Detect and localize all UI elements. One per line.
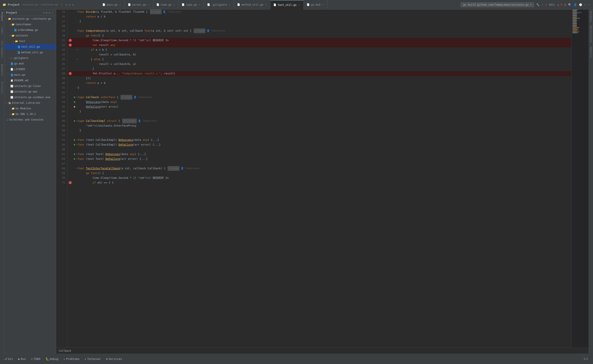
code-lines[interactable]: ▾func Divide(a float64, b float64) float… [67, 9, 571, 348]
git-button[interactable]: ⎇ Git [2, 356, 15, 362]
gutter-green-icon: ● [73, 119, 76, 123]
commit-sidebar-icon[interactable]: Commit [0, 26, 4, 36]
tree-item[interactable]: 📘go.mod [4, 61, 56, 66]
tree-item[interactable]: ⬜unitauto-go-windows.exe [4, 94, 56, 100]
breakpoint-icon[interactable] [69, 181, 72, 184]
tree-item[interactable]: ▾ 📂unitauto [4, 33, 56, 38]
settings-icon[interactable]: ⚙ [66, 3, 67, 6]
code-text: time.Sleep(time.Second * 3) "cmt">// 模拟耗… [80, 38, 169, 43]
tab-main-go[interactable]: 📄main.go✕ [99, 0, 125, 9]
code-line-47 [67, 114, 571, 119]
tree-item[interactable]: 📄LICENSE [4, 66, 56, 72]
run-button[interactable]: ▶ Run [16, 356, 28, 362]
project-icon: 📁 [3, 3, 6, 6]
problems-button[interactable]: ⚠ Problems [61, 356, 82, 362]
code-line-51 [67, 133, 571, 137]
clock-icon[interactable]: 🕐 [579, 3, 582, 6]
todo-button[interactable]: ☑ TODO [29, 356, 42, 362]
makefile-icon[interactable]: Makefile [590, 47, 592, 57]
tree-collapse-icon[interactable]: ⊟ [43, 11, 45, 14]
code-text: go func() { [80, 33, 104, 38]
top-bar-left: 📁 Project unitauto-go ~/unitauto-go | ⚙ … [0, 3, 99, 6]
breakpoint-icon[interactable] [69, 39, 72, 42]
tree-item[interactable]: ▾ 📂test [4, 38, 56, 44]
tab-file-icon: 📄 [156, 3, 159, 6]
tree-item[interactable]: ▾ 📂unitauto-go ~/unitauto-go [4, 16, 56, 22]
tree-item[interactable]: ▸ 📁Go SDK 1.20.1 [4, 111, 56, 117]
line-number-37: 37 [56, 66, 67, 71]
tree-settings-icon[interactable]: ⚙ [49, 11, 50, 14]
run-icon: ▶ [18, 357, 20, 361]
tab-test-util-go[interactable]: 📄test_util.go✕ [270, 0, 304, 9]
code-line-32: var result any [67, 43, 571, 47]
gutter-green-icon: ● [73, 142, 76, 147]
settings-icon-right[interactable]: 🔧 [536, 3, 539, 6]
search-icon[interactable]: 🔍 [568, 3, 571, 6]
tree-expand-icon[interactable]: ⊞ [46, 11, 47, 14]
terminal-button[interactable]: ▸ Terminal [83, 356, 103, 362]
code-container[interactable]: 2526272829303132333435363738394041424344… [56, 9, 589, 348]
breakpoint-icon[interactable] [69, 44, 72, 46]
user-icon[interactable]: 👤 [573, 3, 577, 6]
project-sidebar-icon[interactable]: Project [0, 11, 4, 22]
tree-item[interactable]: ⬜unitauto-go-linux [4, 83, 56, 89]
tab-type-go[interactable]: 📄type.go✕ [179, 0, 204, 9]
redo-icon[interactable]: ↪ [588, 3, 590, 6]
tab-go-mod[interactable]: 📄go.mod✕ [304, 0, 327, 9]
tab-method-util-go[interactable]: 📄method_util.go✕ [234, 0, 270, 9]
minimap [571, 9, 589, 348]
left-sidebar-icons: Project Commit Pull Requests Bookmarks S… [0, 9, 4, 354]
code-line-30: go func() { [67, 33, 571, 38]
code-text: func (test CallbackImpl) OnSuccess(data … [78, 137, 159, 142]
tree-icon[interactable]: ≡ [69, 3, 70, 6]
editor-tabs: 📄main.go✕📄server.go✕📄time.go✕📄type.go✕📄.… [99, 0, 457, 9]
gutter-green-icon: ● [73, 152, 76, 156]
structure-icon[interactable]: Structure [0, 81, 4, 94]
line-number-51: 51 [56, 133, 67, 137]
tree-item[interactable]: 📘orderedmap.go [4, 27, 56, 33]
tree-item[interactable]: 📘main.go [4, 72, 56, 78]
tab-file-icon: 📄 [237, 3, 240, 6]
gutter-green-icon: ● [73, 100, 76, 104]
code-text: } [80, 19, 81, 24]
tree-more-icon[interactable]: ⋮ [52, 11, 54, 14]
line-number-45: 45 [56, 104, 67, 109]
tab-file-icon: 📄 [128, 3, 131, 6]
tree-item[interactable]: 📋README.md [4, 78, 56, 83]
pull-requests-icon[interactable]: Pull Requests [0, 40, 4, 59]
tree-item[interactable]: ⬜unitauto-go-mac [4, 89, 56, 94]
tab-time-go[interactable]: 📄time.go✕ [153, 0, 179, 9]
breakpoint-icon[interactable] [69, 72, 72, 75]
debug-button[interactable]: 🐛 Debug [43, 356, 61, 362]
tree-item[interactable]: ▾ 📚External Libraries [4, 100, 56, 106]
database-icon[interactable]: Database [590, 11, 592, 22]
usage-hint: 1 usage [121, 95, 132, 100]
bookmarks-icon[interactable]: Bookmarks [0, 63, 4, 77]
config-icon[interactable]: ⚙ [72, 3, 74, 6]
project-label[interactable]: Project [8, 3, 20, 6]
terminal-icon: ▸ [85, 357, 87, 361]
code-line-39: }() [67, 76, 571, 81]
tree-item[interactable]: ⚡.gitignore [4, 55, 56, 61]
code-line-49: "cmt">//unitauto.InterfaceProxy [67, 123, 571, 128]
line-number-28: 28 [56, 24, 67, 28]
code-text: func (test Test) OnFailure(err error) {.… [78, 156, 148, 161]
notifications-icon[interactable]: Notifications [590, 26, 592, 43]
code-line-56: ●▾func (test CallbackImpl) OnFailure(err… [67, 142, 571, 147]
code-line-35: ▾ } else { [67, 57, 571, 62]
code-text: go func() { [80, 171, 104, 176]
build-button[interactable]: go build github.com/TommyLemon/unitauto-… [461, 2, 534, 7]
tree-item[interactable]: ▾ 📂iancoleman [4, 22, 56, 27]
line-number-31: 31 [56, 38, 67, 43]
tree-item[interactable]: ▸ 📁Go Modules [4, 106, 56, 111]
line-number-48: 48 [56, 119, 67, 123]
line-number-70: 70 [56, 176, 67, 180]
git-label: Git: [549, 3, 555, 6]
tree-item[interactable]: ✏️Scratches and Consoles [4, 117, 56, 123]
tab--gitignore[interactable]: 📄.gitignore✕ [204, 0, 234, 9]
undo-icon[interactable]: ↩ [584, 3, 586, 6]
tree-item[interactable]: 📘test_util.go [4, 44, 56, 50]
tab-server-go[interactable]: 📄server.go✕ [125, 0, 153, 9]
services-button[interactable]: ⚙ Services [104, 356, 124, 362]
tree-item[interactable]: 📘method_util.go [4, 50, 56, 55]
